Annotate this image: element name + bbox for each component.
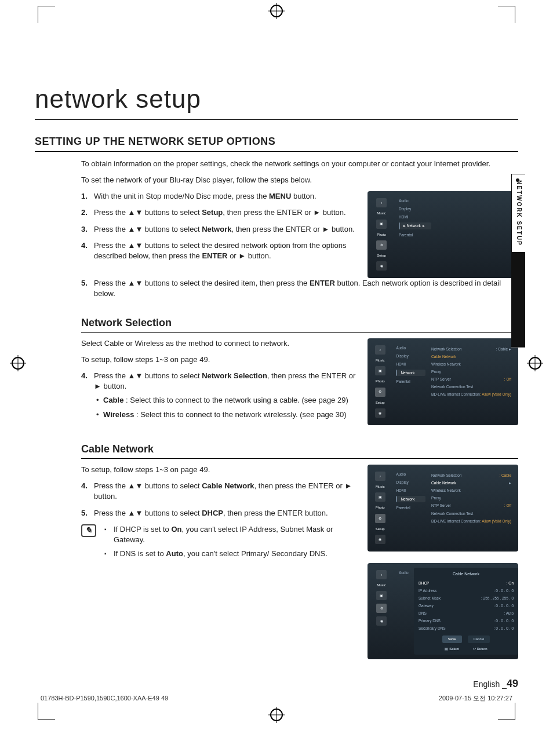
main-steps: With the unit in Stop mode/No Disc mode,… (81, 191, 356, 261)
bullet-cable: Cable : Select this to connect to the ne… (94, 395, 356, 406)
bullet-wireless: Wireless : Select this to connect to the… (94, 410, 356, 420)
photo-icon: ▣ (375, 366, 385, 375)
disc-icon: ◉ (375, 408, 385, 418)
print-footer: 01783H-BD-P1590,1590C,1600-XAA-E49 49 20… (41, 694, 512, 703)
disc-icon: ◉ (376, 616, 387, 626)
step-2: Press the ▲▼ buttons to select Setup, th… (81, 207, 356, 218)
crop-mark (38, 703, 55, 720)
note-icon: ✎ (81, 524, 96, 537)
subheading-cable-network: Cable Network (81, 442, 518, 459)
crop-mark (498, 6, 515, 23)
photo-icon: ▣ (376, 220, 387, 229)
ns-step-4: Press the ▲▼ buttons to select Network S… (81, 371, 356, 420)
step-3: Press the ▲▼ buttons to select Network, … (81, 224, 356, 235)
note-1: If DHCP is set to On, you can't select I… (104, 524, 356, 545)
footer-return: ↩ Return (473, 647, 487, 651)
crop-mark (498, 703, 515, 720)
save-button: Save (442, 636, 462, 642)
setup-icon: ⚙ (375, 388, 385, 397)
cancel-button: Cancel (468, 636, 490, 642)
chapter-tab-label: NETWORK SETUP (515, 180, 523, 246)
photo-icon: ▣ (376, 591, 387, 600)
osd-figure-network-selection: ♪Music ▣Photo ⚙Setup ◉ Audio Display HDM… (368, 338, 518, 425)
music-icon: ♪ (375, 345, 385, 355)
main-steps-continued: Press the ▲▼ buttons to select the desir… (81, 278, 518, 299)
step-1: With the unit in Stop mode/No Disc mode,… (81, 191, 356, 202)
music-icon: ♪ (376, 198, 387, 207)
disc-icon: ◉ (375, 535, 385, 544)
cn-steps: Press the ▲▼ buttons to select Cable Net… (81, 481, 356, 518)
step-5: Press the ▲▼ buttons to select the desir… (81, 278, 518, 299)
footer-timestamp: 2009-07-15 오전 10:27:27 (439, 694, 512, 703)
page-number-row: English _49 (81, 677, 518, 691)
subheading-network-selection: Network Selection (81, 316, 518, 333)
intro-paragraph-1: To obtain information on the proper sett… (81, 159, 518, 169)
disc-icon: ◉ (376, 261, 387, 271)
step-4: Press the ▲▼ buttons to select the desir… (81, 240, 356, 261)
cn-step-5: Press the ▲▼ buttons to select DHCP, the… (81, 508, 356, 518)
note-2: If DNS is set to Auto, you can't select … (104, 549, 356, 559)
cn-para-1: To setup, follow steps 1~3 on page 49. (81, 465, 356, 475)
cn-step-4: Press the ▲▼ buttons to select Cable Net… (81, 481, 356, 502)
registration-mark-icon (529, 357, 541, 370)
osd-figure-cable-network-dialog: ♪Music ▣ ⚙ ◉ Audio Cable Network DHCP: O… (368, 563, 518, 659)
ns-para-1: Select Cable or Wireless as the method t… (81, 338, 356, 349)
section-heading: SETTING UP THE NETWORK SETUP OPTIONS (35, 134, 518, 152)
setup-icon: ⚙ (376, 604, 387, 613)
music-icon: ♪ (375, 472, 385, 481)
dialog-title: Cable Network (419, 571, 514, 577)
note-list: If DHCP is set to On, you can't select I… (104, 524, 356, 563)
photo-icon: ▣ (375, 492, 385, 502)
registration-mark-icon (270, 5, 283, 17)
ns-para-2: To setup, follow steps 1~3 on page 49. (81, 355, 356, 365)
setup-icon: ⚙ (376, 240, 387, 250)
intro-paragraph-2: To set the network of your Blu-ray Disc … (81, 175, 518, 185)
footer-select: ▤ Select (445, 647, 459, 651)
crop-mark (38, 6, 55, 23)
footer-file: 01783H-BD-P1590,1590C,1600-XAA-E49 49 (41, 694, 168, 703)
osd-figure-setup-menu: ♪Music ▣Photo ⚙Setup ◉ Audio Display HDM… (368, 191, 518, 278)
ns-steps: Press the ▲▼ buttons to select Network S… (81, 371, 356, 420)
registration-mark-icon (270, 708, 283, 721)
osd-figure-cable-network-menu: ♪Music ▣Photo ⚙Setup ◉ Audio Display HDM… (368, 465, 518, 552)
page-title: network setup (35, 81, 518, 120)
chapter-tab: NETWORK SETUP (511, 174, 525, 348)
registration-mark-icon (12, 357, 24, 370)
music-icon: ♪ (376, 570, 387, 579)
setup-icon: ⚙ (375, 514, 385, 523)
